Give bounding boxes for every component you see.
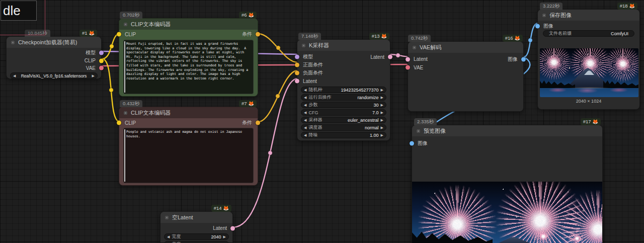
reroute-dot[interactable] xyxy=(110,44,114,48)
decrement-arrow-icon[interactable]: ◀ xyxy=(304,126,306,130)
node-checkpoint-loader[interactable]: 10.845秒 #1 🦊 Checkpoint加载器(简易) 模型 CLIP V… xyxy=(6,36,102,79)
output-dot-latent[interactable] xyxy=(388,55,392,59)
increment-arrow-icon[interactable]: ▶ xyxy=(223,235,226,239)
node-title-bar[interactable]: Checkpoint加载器(简易) xyxy=(7,37,101,48)
control-after-generate-widget[interactable]: ◀ 运行后操作 randomize ▶ xyxy=(301,94,386,101)
output-dot-latent[interactable] xyxy=(230,226,235,230)
node-title-bar[interactable]: 空Latent xyxy=(160,212,232,223)
wire-clip-negative[interactable] xyxy=(102,59,120,122)
widget-label: 调度器 xyxy=(308,124,322,131)
input-label-image: 图像 xyxy=(538,23,553,30)
width-widget[interactable]: ◀ 宽度 2040 ▶ xyxy=(164,233,229,240)
node-vae-decode[interactable]: 0.742秒 #16 🦊 VAE解码 Latent 图像 VAE xyxy=(408,41,524,112)
seed-widget[interactable]: ◀ 随机种 194232545277370 ▶ xyxy=(301,87,386,93)
input-dot-negative[interactable] xyxy=(295,71,299,75)
input-dot-latent[interactable] xyxy=(295,79,299,84)
preview-image-canvas[interactable] xyxy=(412,182,602,243)
output-dot-vae[interactable] xyxy=(99,66,104,70)
collapse-dot-icon[interactable] xyxy=(11,41,15,44)
output-dot-image[interactable] xyxy=(521,57,526,61)
collapse-dot-icon[interactable] xyxy=(302,44,305,47)
wire-conditioning-negative[interactable] xyxy=(258,70,298,122)
wire-conditioning-positive[interactable] xyxy=(258,34,298,62)
reroute-dot[interactable] xyxy=(276,94,280,98)
height-widget[interactable]: ◀ 高度 1024 ▶ xyxy=(164,241,229,243)
increment-arrow-icon[interactable]: ▶ xyxy=(381,133,383,137)
collapse-dot-icon[interactable] xyxy=(165,216,169,219)
scheduler-widget[interactable]: ◀ 调度器 normal ▶ xyxy=(301,124,386,131)
increment-arrow-icon[interactable]: ▶ xyxy=(381,96,383,100)
prompt-textarea[interactable]: People and volcanic ash and magma do not… xyxy=(123,128,254,183)
increment-arrow-icon[interactable]: ▶ xyxy=(381,111,383,115)
wire-image-save[interactable] xyxy=(524,23,538,57)
collapse-dot-icon[interactable] xyxy=(124,111,127,115)
input-dot-image[interactable] xyxy=(410,141,414,145)
steps-widget[interactable]: ◀ 步数 30 ▶ xyxy=(301,102,386,108)
output-label-latent: Latent xyxy=(213,225,232,231)
input-dot-image[interactable] xyxy=(535,24,540,28)
node-title-bar[interactable]: 预览图像 xyxy=(412,125,602,136)
decrement-arrow-icon[interactable]: ◀ xyxy=(304,103,306,107)
graph-canvas[interactable]: dle 10.845秒 #1 🦊 Checkpoint加载器(简易) 模型 CL… xyxy=(0,0,644,243)
increment-arrow-icon[interactable]: ▶ xyxy=(381,118,383,122)
slot-row: 图像 xyxy=(538,22,639,30)
timing-badge: 0.432秒 xyxy=(120,100,142,107)
status-text-partial[interactable]: dle xyxy=(1,1,37,21)
prompt-textarea[interactable]: Mount Fuji erupted, but in fact it was a… xyxy=(123,40,254,94)
input-dot-clip[interactable] xyxy=(117,32,121,37)
collapse-dot-icon[interactable] xyxy=(542,14,546,17)
decrement-arrow-icon[interactable]: ◀ xyxy=(304,88,306,92)
node-title-bar[interactable]: CLIP文本编码器 xyxy=(119,19,258,30)
node-title-bar[interactable]: VAE解码 xyxy=(408,42,523,53)
reroute-dot[interactable] xyxy=(268,151,272,155)
reroute-dot[interactable] xyxy=(109,88,113,92)
widget-value: ComfyUI xyxy=(611,31,628,36)
decrement-arrow-icon[interactable]: ◀ xyxy=(304,96,306,100)
input-dot-positive[interactable] xyxy=(295,63,299,67)
collapse-dot-icon[interactable] xyxy=(124,23,127,26)
output-dot-clip[interactable] xyxy=(99,58,104,63)
increment-arrow-icon[interactable]: ▶ xyxy=(381,88,383,92)
saved-image-preview[interactable] xyxy=(540,48,638,97)
node-preview-image[interactable]: 2.335秒 #17 🦊 预览图像 图像 xyxy=(412,125,603,243)
node-clip-encode-negative[interactable]: 0.432秒 #7 🦊 CLIP文本编码器 CLIP 条件 People and… xyxy=(119,107,258,186)
node-save-image[interactable]: 3.222秒 #18 🦊 保存图像 图像 文件名前缀 ComfyUI 2040 … xyxy=(537,9,640,110)
node-title-bar[interactable]: 保存图像 xyxy=(538,10,639,21)
slot-row: CLIP xyxy=(7,57,101,64)
decrement-arrow-icon[interactable]: ◀ xyxy=(167,235,170,239)
denoise-widget[interactable]: ◀ 降噪 1.00 ▶ xyxy=(301,132,386,138)
collapse-dot-icon[interactable] xyxy=(417,129,420,133)
reroute-dot[interactable] xyxy=(396,53,400,57)
wire-latent-sampler[interactable] xyxy=(390,54,409,57)
increment-arrow-icon[interactable]: ▶ xyxy=(381,126,383,130)
node-empty-latent[interactable]: #14 🦊 空Latent Latent ◀ 宽度 2040 ▶ ◀ 高度 10… xyxy=(160,211,233,243)
node-title: 保存图像 xyxy=(549,12,572,19)
increment-arrow-icon[interactable]: ▶ xyxy=(381,103,383,107)
widget-value: 1.00 xyxy=(370,133,379,138)
input-dot-vae[interactable] xyxy=(406,65,410,70)
node-title-bar[interactable]: CLIP文本编码器 xyxy=(119,107,258,118)
input-dot-latent[interactable] xyxy=(406,57,410,61)
output-dot-conditioning[interactable] xyxy=(256,32,260,37)
reroute-dot[interactable] xyxy=(276,46,280,50)
ckpt-name-widget[interactable]: ◀ RealVisXL_V5.0_fp16.safetensors ▶ xyxy=(10,72,98,79)
output-dot-conditioning[interactable] xyxy=(256,121,260,125)
decrement-arrow-icon[interactable]: ◀ xyxy=(304,118,306,122)
node-title-bar[interactable]: K采样器 xyxy=(297,40,390,51)
increment-arrow-icon[interactable]: ▶ xyxy=(92,74,95,78)
sampler-widget[interactable]: ◀ 采样器 euler_ancestral ▶ xyxy=(301,117,386,123)
decrement-arrow-icon[interactable]: ◀ xyxy=(304,133,306,137)
input-dot-clip[interactable] xyxy=(117,121,121,125)
slot-row: 图像 xyxy=(412,139,602,147)
cfg-widget[interactable]: ◀ CFG 7.0 ▶ xyxy=(301,109,386,116)
widget-label: 文件名前缀 xyxy=(549,30,572,37)
decrement-arrow-icon[interactable]: ◀ xyxy=(304,111,306,115)
output-dot-model[interactable] xyxy=(99,51,104,55)
input-dot-model[interactable] xyxy=(295,55,299,59)
node-ksampler[interactable]: 7.148秒 #13 🦊 K采样器 模型 Latent 正面条件 负面条件 La… xyxy=(297,39,390,141)
filename-prefix-input[interactable]: 文件名前缀 ComfyUI xyxy=(543,30,634,37)
wire-clip-positive[interactable] xyxy=(102,34,120,59)
node-clip-encode-positive[interactable]: 0.702秒 #6 🦊 CLIP文本编码器 CLIP 条件 Mount Fuji… xyxy=(119,18,258,97)
collapse-dot-icon[interactable] xyxy=(413,46,416,49)
reroute-dot[interactable] xyxy=(528,38,532,42)
